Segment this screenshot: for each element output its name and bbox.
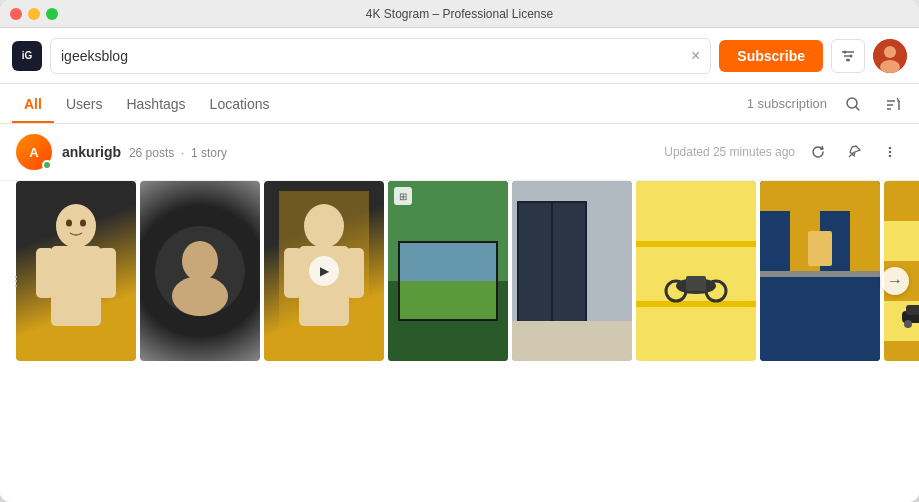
tab-users[interactable]: Users — [54, 84, 115, 123]
window-controls — [10, 8, 58, 20]
nav-search-button[interactable] — [839, 90, 867, 118]
refresh-button[interactable] — [805, 139, 831, 165]
svg-point-7 — [884, 46, 896, 58]
app-window: 4K Stogram – Professional License iG × S… — [0, 0, 919, 502]
pin-button[interactable] — [841, 139, 867, 165]
thumbnail-5[interactable] — [512, 181, 632, 361]
tab-locations[interactable]: Locations — [198, 84, 282, 123]
motorcycle-shelf — [636, 181, 756, 361]
video-play-badge: ▶ — [309, 256, 339, 286]
user-stats: 26 posts · 1 story — [126, 146, 227, 160]
window-title: 4K Stogram – Professional License — [366, 7, 553, 21]
svg-rect-42 — [512, 321, 632, 361]
strip-left-nav[interactable]: ⋮ — [6, 273, 26, 289]
svg-rect-31 — [284, 248, 302, 298]
svg-point-18 — [889, 155, 892, 158]
svg-rect-21 — [36, 248, 54, 298]
thumbnail-7[interactable] — [760, 181, 880, 361]
filter-button[interactable] — [831, 39, 865, 73]
toolbar: iG × Subscribe — [0, 28, 919, 84]
pin-icon — [846, 144, 862, 160]
updated-time: Updated 25 minutes ago — [664, 145, 795, 159]
app-logo: iG — [12, 41, 42, 71]
svg-line-10 — [856, 107, 859, 110]
thumbnail-1[interactable] — [16, 181, 136, 361]
svg-rect-72 — [884, 341, 919, 361]
search-clear-button[interactable]: × — [691, 48, 700, 64]
svg-rect-45 — [636, 301, 756, 307]
minimize-button[interactable] — [28, 8, 40, 20]
thumbnail-4[interactable]: ⊞ — [388, 181, 508, 361]
tab-hashtags[interactable]: Hashtags — [114, 84, 197, 123]
svg-point-26 — [182, 241, 218, 281]
svg-rect-43 — [636, 181, 756, 361]
more-button[interactable] — [877, 139, 903, 165]
filter-icon — [840, 48, 856, 64]
thumbnail-2[interactable] — [140, 181, 260, 361]
image-strip: ⋮ — [0, 181, 919, 381]
user-row: A ankurigb 26 posts · 1 story Updated 25… — [0, 124, 919, 181]
svg-rect-41 — [553, 203, 585, 339]
nav-tabs: All Users Hashtags Locations 1 subscript… — [0, 84, 919, 124]
svg-rect-52 — [760, 211, 790, 271]
user-avatar-small: A — [16, 134, 52, 170]
nav-right-controls: 1 subscription — [747, 90, 907, 118]
svg-point-29 — [304, 204, 344, 248]
nav-sort-button[interactable] — [879, 90, 907, 118]
tab-all[interactable]: All — [12, 84, 54, 123]
svg-rect-57 — [760, 277, 880, 361]
svg-rect-22 — [98, 248, 116, 298]
strip-right-nav[interactable]: → — [881, 267, 909, 295]
svg-rect-63 — [884, 221, 919, 261]
search-icon — [845, 96, 861, 112]
svg-rect-76 — [906, 305, 919, 315]
avatar-icon — [873, 39, 907, 73]
svg-point-4 — [850, 54, 853, 57]
person-silhouette-1 — [31, 191, 121, 351]
user-meta: Updated 25 minutes ago — [664, 139, 903, 165]
svg-point-23 — [66, 220, 72, 227]
window-view — [388, 181, 508, 361]
search-input[interactable] — [61, 48, 691, 64]
svg-rect-51 — [760, 181, 880, 211]
thumbnail-3[interactable]: ▶ — [264, 181, 384, 361]
user-info: ankurigb 26 posts · 1 story — [62, 143, 664, 161]
thumbnail-6[interactable] — [636, 181, 756, 361]
subscribe-button[interactable]: Subscribe — [719, 40, 823, 72]
sort-icon — [885, 96, 901, 112]
maximize-button[interactable] — [46, 8, 58, 20]
interior-view — [512, 181, 632, 361]
svg-rect-55 — [850, 211, 880, 271]
circular-portrait — [150, 221, 250, 321]
album-badge: ⊞ — [394, 187, 412, 205]
svg-rect-60 — [884, 181, 919, 221]
search-bar: × — [50, 38, 711, 74]
svg-rect-37 — [400, 281, 496, 319]
svg-point-3 — [844, 50, 847, 53]
content-area: A ankurigb 26 posts · 1 story Updated 25… — [0, 124, 919, 502]
refresh-icon — [810, 144, 826, 160]
svg-rect-58 — [808, 231, 832, 266]
svg-point-24 — [80, 220, 86, 227]
online-indicator — [42, 160, 52, 170]
blue-shelf — [760, 181, 880, 361]
svg-point-27 — [172, 276, 228, 316]
svg-rect-40 — [519, 203, 551, 339]
svg-rect-44 — [636, 241, 756, 247]
subscription-count: 1 subscription — [747, 96, 827, 111]
close-button[interactable] — [10, 8, 22, 20]
user-avatar[interactable] — [873, 39, 907, 73]
titlebar: 4K Stogram – Professional License — [0, 0, 919, 28]
svg-point-17 — [889, 151, 892, 154]
svg-rect-32 — [346, 248, 364, 298]
username[interactable]: ankurigb — [62, 144, 121, 160]
svg-point-77 — [904, 320, 912, 328]
svg-point-5 — [847, 58, 850, 61]
svg-point-16 — [889, 147, 892, 150]
svg-rect-56 — [760, 271, 880, 277]
svg-rect-20 — [51, 246, 101, 326]
more-icon — [882, 144, 898, 160]
svg-point-19 — [56, 204, 96, 248]
svg-rect-49 — [686, 276, 706, 291]
